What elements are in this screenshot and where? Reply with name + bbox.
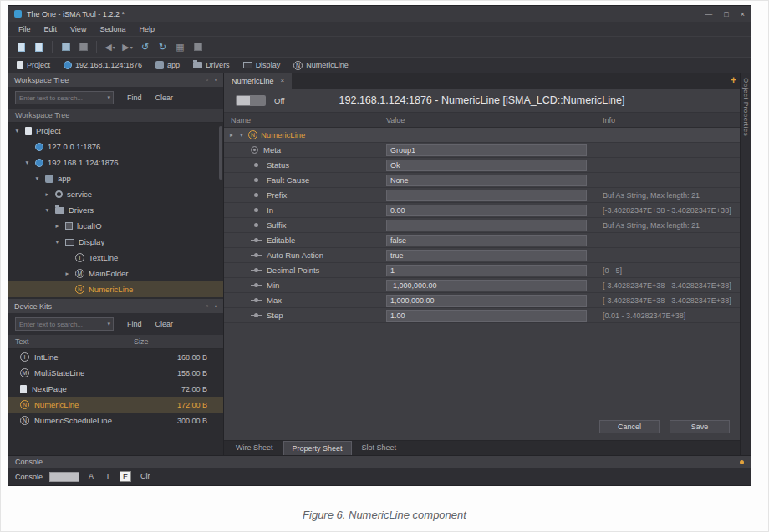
tree-item-localhost[interactable]: 127.0.0.1:1876 — [8, 139, 223, 155]
kit-item-numericscheduleline[interactable]: NNumericScheduleLine300.00 B — [8, 413, 223, 428]
forward-button[interactable]: ▶▾ — [120, 40, 135, 54]
workspace-search-input[interactable] — [16, 92, 113, 104]
tab-property-sheet[interactable]: Property Sheet — [283, 441, 352, 455]
tree-item-service[interactable]: ▸service — [8, 186, 223, 202]
expander-icon[interactable]: ▾ — [43, 206, 51, 214]
console-info-button[interactable]: I — [103, 471, 113, 482]
max-value-field[interactable]: 1,000,000.00 — [386, 295, 587, 307]
back-button[interactable]: ◀▾ — [102, 40, 118, 54]
expander-icon[interactable]: ▾ — [238, 131, 245, 139]
menu-view[interactable]: View — [64, 25, 93, 33]
expander-icon[interactable]: ▾ — [33, 175, 41, 182]
tab-slot-sheet[interactable]: Slot Sheet — [354, 441, 405, 455]
breadcrumb-device[interactable]: 192.168.1.124:1876 — [64, 61, 142, 69]
dock-icon[interactable]: ▫ — [206, 302, 208, 310]
menu-help[interactable]: Help — [132, 25, 161, 33]
tree-item-project[interactable]: ▾Project — [8, 123, 223, 139]
figure-page: The One - iSMA Tool - 1.2.2 * — □ × File… — [0, 0, 769, 532]
tab-wire-sheet[interactable]: Wire Sheet — [227, 441, 282, 455]
editable-value-field[interactable]: false — [386, 235, 587, 246]
slot-icon — [251, 177, 262, 183]
kit-item-intline[interactable]: IIntLine168.00 B — [8, 349, 223, 365]
numericline-icon: N — [248, 130, 257, 139]
pin-icon[interactable]: ▪ — [215, 76, 217, 84]
open-project-icon — [35, 43, 43, 52]
expander-icon[interactable]: ▸ — [64, 270, 71, 277]
tree-item-device[interactable]: ▾192.168.1.124:1876 — [8, 155, 223, 170]
workspace-find-button[interactable]: Find — [127, 94, 142, 102]
expander-icon[interactable]: ▾ — [13, 127, 21, 134]
expander-icon[interactable]: ▾ — [53, 238, 61, 246]
in-value-field[interactable]: 0.00 — [386, 205, 587, 216]
grid-view-button[interactable]: ▦ — [172, 40, 188, 54]
new-project-button[interactable] — [13, 40, 29, 54]
slot-icon — [251, 207, 262, 213]
tree-item-drivers[interactable]: ▾Drivers — [8, 202, 223, 218]
device-kits-clear-button[interactable]: Clear — [155, 320, 174, 328]
prefix-value-field[interactable] — [386, 190, 587, 201]
redo-button[interactable]: ↻ — [155, 40, 171, 54]
device-kits-search-input[interactable] — [16, 318, 113, 330]
console-input[interactable] — [49, 472, 79, 482]
open-project-button[interactable] — [31, 40, 47, 54]
tree-item-textline[interactable]: TTextLine — [8, 250, 223, 266]
tab-numericline[interactable]: NumericLine × — [224, 73, 292, 89]
close-button[interactable]: × — [741, 10, 745, 18]
maximize-button[interactable]: □ — [724, 10, 728, 18]
kit-item-multistateline[interactable]: MMultiStateLine156.00 B — [8, 365, 223, 381]
expander-icon[interactable]: ▸ — [228, 131, 235, 139]
tree-item-app[interactable]: ▾app — [8, 170, 223, 186]
undo-button[interactable]: ↺ — [137, 40, 153, 54]
kit-item-numericline[interactable]: NNumericLine172.00 B — [8, 397, 223, 413]
console-all-button[interactable]: A — [86, 471, 96, 482]
save-button[interactable] — [58, 40, 74, 54]
dock-icon[interactable]: ▫ — [206, 76, 208, 84]
tree-item-mainfolder[interactable]: ▸MMainFolder — [8, 266, 223, 281]
property-row-group[interactable]: ▸ ▾ N NumericLine — [224, 128, 740, 143]
pin-icon[interactable]: ▪ — [215, 302, 217, 310]
property-row-editable: Editable false — [224, 233, 740, 248]
save-all-button[interactable] — [75, 40, 91, 54]
expander-icon[interactable]: ▸ — [53, 222, 61, 230]
tree-item-display[interactable]: ▾Display — [8, 234, 223, 250]
breadcrumb-display[interactable]: Display — [243, 61, 281, 69]
min-value-field[interactable]: -1,000,000.00 — [386, 280, 587, 291]
tree-scrollbar[interactable] — [219, 126, 222, 180]
tab-close-icon[interactable]: × — [281, 77, 285, 84]
tree-item-localio[interactable]: ▸localIO — [8, 218, 223, 234]
minimize-button[interactable]: — — [705, 10, 712, 18]
off-toggle[interactable] — [236, 95, 266, 106]
expander-icon[interactable]: ▾ — [23, 159, 31, 166]
cancel-button[interactable]: Cancel — [599, 420, 660, 433]
property-row-decimal-points: Decimal Points 1 [0 - 5] — [224, 263, 740, 278]
auto-run-action-value-field[interactable]: true — [386, 250, 587, 261]
display-icon — [65, 239, 74, 246]
console-clear-button[interactable]: Clr — [138, 471, 153, 482]
chevron-down-icon[interactable]: ▾ — [107, 321, 110, 327]
console-error-button[interactable]: E — [120, 471, 131, 482]
menu-sedona[interactable]: Sedona — [93, 25, 132, 33]
menu-edit[interactable]: Edit — [38, 25, 64, 33]
meta-value-field[interactable]: Group1 — [386, 144, 587, 156]
step-value-field[interactable]: 1.00 — [386, 310, 587, 322]
workspace-clear-button[interactable]: Clear — [155, 94, 174, 102]
kit-item-nextpage[interactable]: NextPage72.00 B — [8, 381, 223, 397]
suffix-value-field[interactable] — [386, 220, 587, 231]
save-button[interactable]: Save — [670, 420, 730, 433]
chevron-down-icon[interactable]: ▾ — [107, 94, 110, 101]
tab-object-properties[interactable]: Object Properties — [742, 78, 750, 136]
device-kits-find-button[interactable]: Find — [127, 320, 142, 328]
sheet-tabs: Wire Sheet Property Sheet Slot Sheet — [224, 440, 740, 455]
extra-tool-button[interactable] — [190, 40, 206, 54]
breadcrumb-numericline[interactable]: NNumericLine — [293, 61, 349, 70]
tree-item-numericline[interactable]: NNumericLine — [8, 281, 223, 297]
add-tab-button[interactable]: + — [731, 74, 736, 86]
menu-file[interactable]: File — [12, 25, 38, 33]
decimal-points-value-field[interactable]: 1 — [386, 265, 587, 276]
multistateline-icon: M — [20, 368, 29, 377]
breadcrumb-drivers[interactable]: Drivers — [193, 61, 230, 69]
breadcrumb-app[interactable]: app — [155, 61, 180, 69]
expander-icon[interactable]: ▸ — [43, 190, 51, 198]
breadcrumb-project[interactable]: Project — [17, 61, 50, 69]
toolbar-separator — [96, 41, 97, 53]
